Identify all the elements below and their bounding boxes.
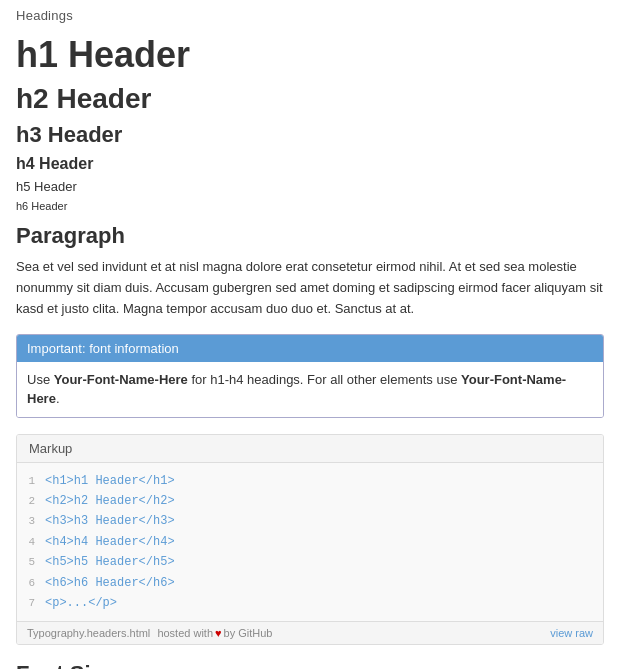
- demo-h6: h6 Header: [16, 199, 604, 213]
- markup-container: Markup 1<h1>h1 Header</h1>2<h2>h2 Header…: [16, 434, 604, 646]
- line-code: <p>...</p>: [45, 593, 117, 613]
- info-body-middle: for h1-h4 headings. For all other elemen…: [188, 372, 461, 387]
- footer-filename: Typography.headers.html: [27, 627, 150, 639]
- footer-left: Typography.headers.html hosted with ♥ by…: [27, 627, 272, 639]
- code-line: 4<h4>h4 Header</h4>: [21, 532, 599, 552]
- line-number: 4: [21, 533, 45, 552]
- markup-code-area: 1<h1>h1 Header</h1>2<h2>h2 Header</h2>3<…: [17, 463, 603, 622]
- footer-by: by GitHub: [224, 627, 273, 639]
- line-code: <h4>h4 Header</h4>: [45, 532, 175, 552]
- line-number: 6: [21, 574, 45, 593]
- demo-h4: h4 Header: [16, 154, 604, 175]
- line-number: 7: [21, 594, 45, 613]
- code-line: 2<h2>h2 Header</h2>: [21, 491, 599, 511]
- info-box-body: Use Your-Font-Name-Here for h1-h4 headin…: [17, 362, 603, 417]
- heart-icon: ♥: [215, 627, 222, 639]
- view-raw-link[interactable]: view raw: [550, 627, 593, 639]
- line-code: <h3>h3 Header</h3>: [45, 511, 175, 531]
- demo-h1: h1 Header: [16, 33, 604, 76]
- markup-header: Markup: [17, 435, 603, 463]
- code-line: 6<h6>h6 Header</h6>: [21, 573, 599, 593]
- line-number: 3: [21, 512, 45, 531]
- line-code: <h6>h6 Header</h6>: [45, 573, 175, 593]
- demo-h2: h2 Header: [16, 82, 604, 116]
- code-line: 7<p>...</p>: [21, 593, 599, 613]
- line-number: 1: [21, 472, 45, 491]
- font-sizes-label: Font Sizes: [16, 661, 604, 669]
- line-code: <h2>h2 Header</h2>: [45, 491, 175, 511]
- page-title: Headings: [16, 8, 604, 23]
- info-body-suffix: .: [56, 391, 60, 406]
- line-code: <h1>h1 Header</h1>: [45, 471, 175, 491]
- info-box-header: Important: font information: [17, 335, 603, 362]
- paragraph-section-label: Paragraph: [16, 223, 604, 249]
- code-line: 3<h3>h3 Header</h3>: [21, 511, 599, 531]
- line-number: 5: [21, 553, 45, 572]
- footer-hosted: hosted with: [157, 627, 213, 639]
- info-body-prefix: Use: [27, 372, 54, 387]
- footer-hosted-text: [152, 627, 155, 639]
- code-line: 1<h1>h1 Header</h1>: [21, 471, 599, 491]
- info-box: Important: font information Use Your-Fon…: [16, 334, 604, 418]
- demo-h3: h3 Header: [16, 122, 604, 148]
- info-font-h1h4: Your-Font-Name-Here: [54, 372, 188, 387]
- markup-footer: Typography.headers.html hosted with ♥ by…: [17, 621, 603, 644]
- code-line: 5<h5>h5 Header</h5>: [21, 552, 599, 572]
- line-number: 2: [21, 492, 45, 511]
- demo-h5: h5 Header: [16, 179, 604, 196]
- line-code: <h5>h5 Header</h5>: [45, 552, 175, 572]
- paragraph-text: Sea et vel sed invidunt et at nisl magna…: [16, 257, 604, 319]
